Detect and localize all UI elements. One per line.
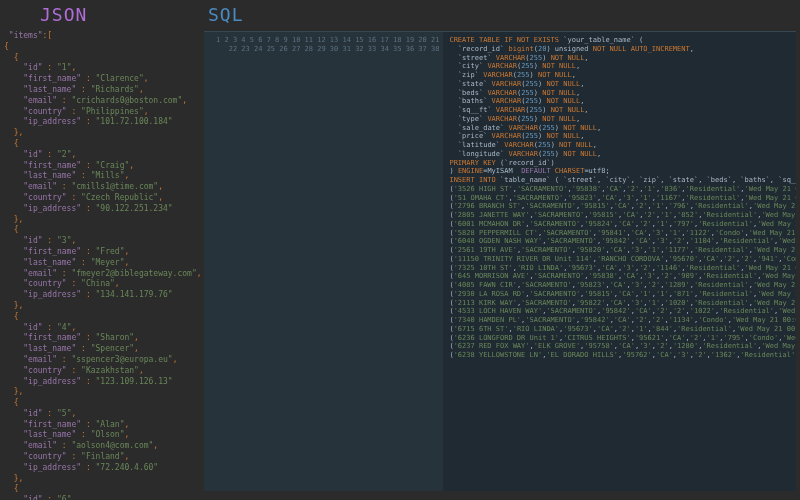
sql-editor[interactable]: 1 2 3 4 5 6 7 8 9 10 11 12 13 14 15 16 1… [204,31,796,491]
json-title: JSON [4,4,196,25]
sql-code-block[interactable]: CREATE TABLE IF NOT EXISTS `your_table_n… [443,32,796,491]
sql-gutter: 1 2 3 4 5 6 7 8 9 10 11 12 13 14 15 16 1… [204,32,443,491]
json-panel: JSON "items":[ { { "id" : "1", "first_na… [0,0,200,500]
sql-panel: SQL 1 2 3 4 5 6 7 8 9 10 11 12 13 14 15 … [200,0,800,500]
json-code-block[interactable]: "items":[ { { "id" : "1", "first_name" :… [4,31,196,500]
sql-title: SQL [204,4,796,25]
